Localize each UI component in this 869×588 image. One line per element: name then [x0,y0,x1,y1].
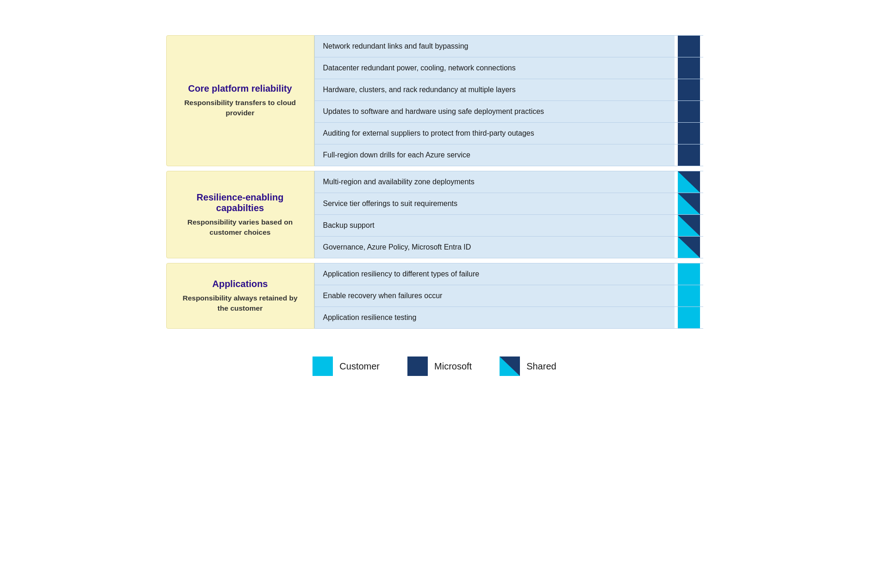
table-row: Updates to software and hardware using s… [314,101,703,123]
item-text: Governance, Azure Policy, Microsoft Entr… [314,237,675,258]
table-row: Service tier offerings to suit requireme… [314,193,703,215]
legend-label-shared: Shared [526,361,556,372]
table-row: Hardware, clusters, and rack redundancy … [314,79,703,101]
item-indicator [675,36,703,57]
item-text: Network redundant links and fault bypass… [314,36,675,57]
item-text: Datacenter redundant power, cooling, net… [314,57,675,79]
item-text: Auditing for external suppliers to prote… [314,123,675,144]
legend-label-customer: Customer [339,361,380,372]
item-text: Enable recovery when failures occur [314,285,675,307]
item-indicator [675,237,703,258]
rows-col-applications: Application resiliency to different type… [314,263,703,329]
item-indicator [675,57,703,79]
section-subtitle-core-platform: Responsibility transfers to cloud provid… [178,98,303,118]
legend: CustomerMicrosoftShared [313,357,556,376]
section-title-resilience-enabling: Resilience-enabling capabilties [178,192,303,213]
item-text: Application resiliency to different type… [314,263,675,285]
item-indicator [675,144,703,166]
legend-icon-customer [313,357,333,376]
table-row: Backup support [314,215,703,237]
item-text: Full-region down drills for each Azure s… [314,144,675,166]
section-subtitle-applications: Responsibility always retained by the cu… [178,293,303,313]
table-row: Multi-region and availability zone deplo… [314,171,703,193]
rows-col-resilience-enabling: Multi-region and availability zone deplo… [314,171,703,258]
table-row: Network redundant links and fault bypass… [314,35,703,57]
item-text: Application resilience testing [314,307,675,328]
legend-item-shared: Shared [500,357,556,376]
label-core-platform: Core platform reliabilityResponsibility … [166,35,314,166]
section-title-applications: Applications [212,279,268,289]
rows-col-core-platform: Network redundant links and fault bypass… [314,35,703,166]
table-row: Datacenter redundant power, cooling, net… [314,57,703,79]
label-resilience-enabling: Resilience-enabling capabiltiesResponsib… [166,171,314,258]
indicator-shared [678,171,700,193]
indicator-shared [678,237,700,258]
indicator-microsoft [678,57,700,79]
indicator-microsoft [678,36,700,57]
item-indicator [675,263,703,285]
item-indicator [675,215,703,236]
table-row: Application resiliency to different type… [314,263,703,285]
indicator-customer [678,307,700,328]
section-subtitle-resilience-enabling: Responsibility varies based on customer … [178,217,303,237]
legend-item-customer: Customer [313,357,380,376]
item-indicator [675,101,703,122]
item-text: Multi-region and availability zone deplo… [314,171,675,193]
indicator-microsoft [678,123,700,144]
indicator-microsoft [678,79,700,100]
indicator-customer [678,285,700,307]
table-row: Enable recovery when failures occur [314,285,703,307]
indicator-microsoft [678,144,700,166]
section-resilience-enabling: Resilience-enabling capabiltiesResponsib… [166,171,703,258]
section-title-core-platform: Core platform reliability [188,83,292,94]
indicator-microsoft [678,101,700,122]
table-row: Application resilience testing [314,307,703,329]
indicator-shared [678,193,700,214]
legend-item-microsoft: Microsoft [407,357,472,376]
indicator-customer [678,263,700,285]
label-applications: ApplicationsResponsibility always retain… [166,263,314,329]
legend-label-microsoft: Microsoft [434,361,472,372]
item-text: Hardware, clusters, and rack redundancy … [314,79,675,100]
item-text: Backup support [314,215,675,236]
table-row: Auditing for external suppliers to prote… [314,123,703,144]
table-row: Full-region down drills for each Azure s… [314,144,703,166]
main-content: Core platform reliabilityResponsibility … [166,35,703,333]
legend-icon-microsoft [407,357,428,376]
table-row: Governance, Azure Policy, Microsoft Entr… [314,237,703,258]
item-text: Updates to software and hardware using s… [314,101,675,122]
item-indicator [675,285,703,307]
indicator-shared [678,215,700,236]
section-core-platform: Core platform reliabilityResponsibility … [166,35,703,166]
section-applications: ApplicationsResponsibility always retain… [166,263,703,329]
legend-icon-shared [500,357,520,376]
item-indicator [675,123,703,144]
item-indicator [675,307,703,328]
item-text: Service tier offerings to suit requireme… [314,193,675,214]
item-indicator [675,171,703,193]
item-indicator [675,193,703,214]
item-indicator [675,79,703,100]
